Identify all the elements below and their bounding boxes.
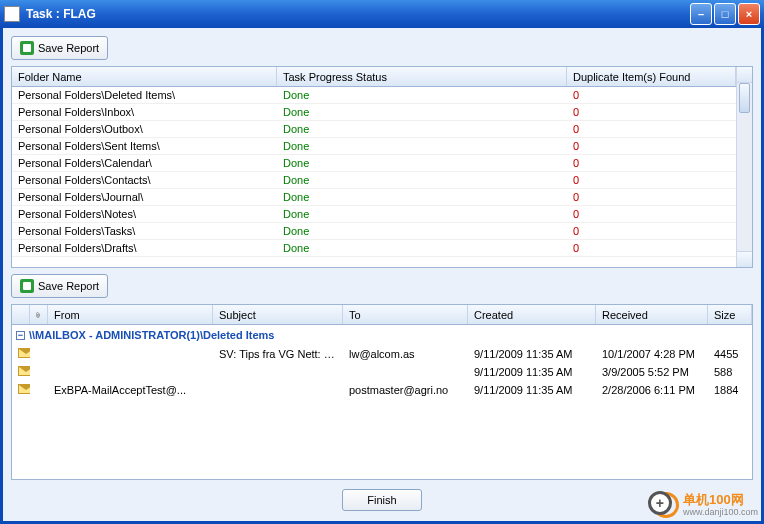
- titlebar: Task : FLAG – □ ×: [0, 0, 764, 28]
- cell-created: 9/11/2009 11:35 AM: [468, 366, 596, 378]
- cell-status: Done: [277, 89, 567, 101]
- cell-folder: Personal Folders\Journal\: [12, 191, 277, 203]
- minimize-button[interactable]: –: [690, 3, 712, 25]
- cell-size: 1884: [708, 384, 752, 396]
- cell-status: Done: [277, 174, 567, 186]
- cell-duplicates: 0: [567, 140, 736, 152]
- col-to[interactable]: To: [343, 305, 468, 324]
- save-icon: [20, 41, 34, 55]
- col-expand[interactable]: [12, 305, 30, 324]
- cell-size: 588: [708, 366, 752, 378]
- save-report-label: Save Report: [38, 42, 99, 54]
- client-area: Save Report Folder Name Task Progress St…: [0, 28, 764, 524]
- cell-status: Done: [277, 140, 567, 152]
- table-row[interactable]: Personal Folders\Tasks\Done0: [12, 223, 736, 240]
- grid2-rows: SV: Tips fra VG Nett: He...lw@alcom.as9/…: [12, 345, 752, 399]
- cell-to: lw@alcom.as: [343, 348, 468, 360]
- table-row[interactable]: Personal Folders\Calendar\Done0: [12, 155, 736, 172]
- cell-duplicates: 0: [567, 106, 736, 118]
- cell-received: 10/1/2007 4:28 PM: [596, 348, 708, 360]
- save-report-label: Save Report: [38, 280, 99, 292]
- table-row[interactable]: Personal Folders\Inbox\Done0: [12, 104, 736, 121]
- maximize-button[interactable]: □: [714, 3, 736, 25]
- cell-size: 4455: [708, 348, 752, 360]
- cell-status: Done: [277, 225, 567, 237]
- collapse-icon[interactable]: −: [16, 331, 25, 340]
- col-size[interactable]: Size: [708, 305, 752, 324]
- col-created[interactable]: Created: [468, 305, 596, 324]
- mail-row[interactable]: SV: Tips fra VG Nett: He...lw@alcom.as9/…: [12, 345, 752, 363]
- mail-row[interactable]: ExBPA-MailAcceptTest@...postmaster@agri.…: [12, 381, 752, 399]
- envelope-icon: [18, 348, 30, 358]
- col-folder-name[interactable]: Folder Name: [12, 67, 277, 86]
- table-row[interactable]: Personal Folders\Outbox\Done0: [12, 121, 736, 138]
- cell-subject: SV: Tips fra VG Nett: He...: [213, 348, 343, 360]
- app-icon: [4, 6, 20, 22]
- cell-created: 9/11/2009 11:35 AM: [468, 348, 596, 360]
- cell-status: Done: [277, 208, 567, 220]
- group-label: \\MAILBOX - ADMINISTRATOR(1)\Deleted Ite…: [29, 329, 274, 341]
- scroll-down-icon[interactable]: [737, 251, 752, 267]
- cell-folder: Personal Folders\Outbox\: [12, 123, 277, 135]
- cell-duplicates: 0: [567, 225, 736, 237]
- grid1-scrollbar[interactable]: [736, 67, 752, 267]
- mail-row[interactable]: 9/11/2009 11:35 AM3/9/2005 5:52 PM588: [12, 363, 752, 381]
- grid1-rows: Personal Folders\Deleted Items\Done0Pers…: [12, 87, 736, 257]
- save-report-button-mid[interactable]: Save Report: [11, 274, 108, 298]
- grid2-header: From Subject To Created Received Size: [12, 305, 752, 325]
- table-row[interactable]: Personal Folders\Notes\Done0: [12, 206, 736, 223]
- cell-icon: [12, 384, 30, 396]
- cell-folder: Personal Folders\Drafts\: [12, 242, 277, 254]
- window-controls: – □ ×: [690, 3, 760, 25]
- save-report-button-top[interactable]: Save Report: [11, 36, 108, 60]
- cell-duplicates: 0: [567, 208, 736, 220]
- col-received[interactable]: Received: [596, 305, 708, 324]
- table-row[interactable]: Personal Folders\Drafts\Done0: [12, 240, 736, 257]
- cell-status: Done: [277, 106, 567, 118]
- col-duplicates[interactable]: Duplicate Item(s) Found: [567, 67, 736, 86]
- table-row[interactable]: Personal Folders\Journal\Done0: [12, 189, 736, 206]
- table-row[interactable]: Personal Folders\Sent Items\Done0: [12, 138, 736, 155]
- cell-received: 3/9/2005 5:52 PM: [596, 366, 708, 378]
- col-from[interactable]: From: [48, 305, 213, 324]
- cell-folder: Personal Folders\Calendar\: [12, 157, 277, 169]
- finish-button[interactable]: Finish: [342, 489, 421, 511]
- cell-duplicates: 0: [567, 242, 736, 254]
- cell-to: postmaster@agri.no: [343, 384, 468, 396]
- save-icon: [20, 279, 34, 293]
- cell-created: 9/11/2009 11:35 AM: [468, 384, 596, 396]
- cell-status: Done: [277, 191, 567, 203]
- task-progress-grid: Folder Name Task Progress Status Duplica…: [11, 66, 753, 268]
- scroll-thumb[interactable]: [739, 83, 750, 113]
- cell-duplicates: 0: [567, 174, 736, 186]
- paperclip-icon: [36, 309, 41, 321]
- cell-folder: Personal Folders\Deleted Items\: [12, 89, 277, 101]
- window-title: Task : FLAG: [26, 7, 690, 21]
- cell-folder: Personal Folders\Tasks\: [12, 225, 277, 237]
- grid1-header: Folder Name Task Progress Status Duplica…: [12, 67, 736, 87]
- group-row[interactable]: − \\MAILBOX - ADMINISTRATOR(1)\Deleted I…: [12, 325, 752, 345]
- cell-folder: Personal Folders\Sent Items\: [12, 140, 277, 152]
- table-row[interactable]: Personal Folders\Contacts\Done0: [12, 172, 736, 189]
- scroll-up-icon[interactable]: [737, 67, 752, 83]
- cell-received: 2/28/2006 6:11 PM: [596, 384, 708, 396]
- cell-from: ExBPA-MailAcceptTest@...: [48, 384, 213, 396]
- close-button[interactable]: ×: [738, 3, 760, 25]
- toolbar-mid: Save Report: [11, 274, 753, 298]
- cell-icon: [12, 348, 30, 360]
- envelope-icon: [18, 384, 30, 394]
- cell-duplicates: 0: [567, 157, 736, 169]
- cell-duplicates: 0: [567, 191, 736, 203]
- cell-duplicates: 0: [567, 89, 736, 101]
- envelope-icon: [18, 366, 30, 376]
- col-attachment[interactable]: [30, 305, 48, 324]
- col-task-status[interactable]: Task Progress Status: [277, 67, 567, 86]
- table-row[interactable]: Personal Folders\Deleted Items\Done0: [12, 87, 736, 104]
- toolbar-top: Save Report: [11, 36, 753, 60]
- cell-icon: [12, 366, 30, 378]
- cell-folder: Personal Folders\Inbox\: [12, 106, 277, 118]
- cell-folder: Personal Folders\Notes\: [12, 208, 277, 220]
- cell-status: Done: [277, 242, 567, 254]
- cell-status: Done: [277, 157, 567, 169]
- col-subject[interactable]: Subject: [213, 305, 343, 324]
